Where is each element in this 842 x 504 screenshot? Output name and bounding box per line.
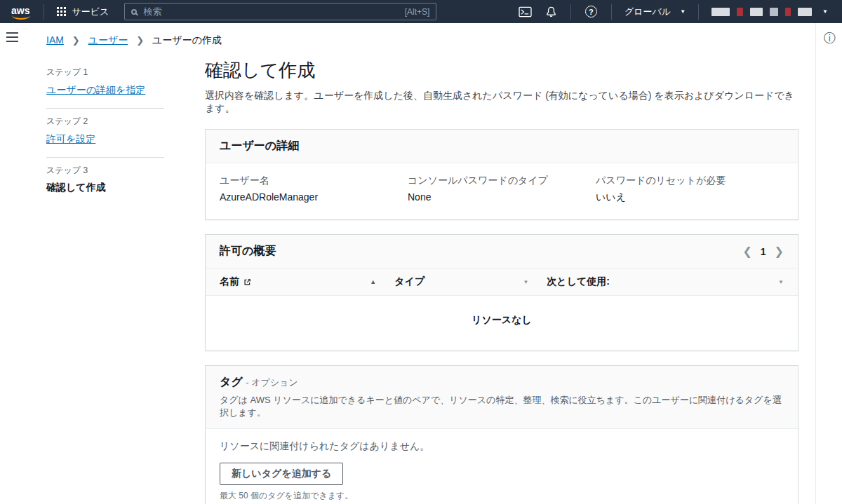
wizard-step-2: ステップ 2 許可を設定 bbox=[46, 109, 164, 158]
field-value: None bbox=[408, 191, 584, 203]
step-number: ステップ 1 bbox=[46, 67, 164, 79]
aws-logo-swoosh-icon bbox=[12, 15, 30, 20]
permissions-summary-card: 許可の概要 ❮ 1 ❯ 名前 ▲ bbox=[205, 234, 798, 351]
step-2-link[interactable]: 許可を設定 bbox=[46, 133, 95, 144]
tags-empty-text: リソースに関連付けられたタグはありません。 bbox=[220, 440, 784, 453]
filter-caret-icon[interactable]: ▼ bbox=[523, 279, 528, 285]
topbar-divider bbox=[611, 4, 612, 20]
breadcrumb-users-link[interactable]: ユーザー bbox=[88, 34, 128, 46]
tags-optional-suffix: - オプション bbox=[246, 377, 298, 388]
hamburger-menu-icon[interactable] bbox=[6, 32, 25, 42]
field-label: パスワードのリセットが必要 bbox=[596, 175, 773, 187]
tags-helper-text: 最大 50 個のタグを追加できます。 bbox=[220, 490, 784, 502]
pagination-prev-icon[interactable]: ❮ bbox=[742, 246, 751, 257]
topbar-divider bbox=[570, 4, 571, 20]
column-header-name[interactable]: 名前 ▲ bbox=[220, 275, 394, 288]
column-label: 次として使用: bbox=[547, 275, 610, 288]
step-number: ステップ 2 bbox=[46, 116, 164, 128]
top-navigation-bar: aws サービス [Alt+S] ? グローバル ▼ ▼ bbox=[0, 0, 842, 23]
redacted-block bbox=[750, 8, 763, 16]
search-input[interactable] bbox=[143, 6, 404, 17]
services-menu[interactable]: サービス bbox=[51, 6, 114, 18]
breadcrumb-separator: ❯ bbox=[136, 35, 144, 46]
help-button[interactable]: ? bbox=[578, 6, 604, 18]
search-icon bbox=[131, 9, 137, 15]
aws-logo[interactable]: aws bbox=[7, 4, 36, 20]
column-label: タイプ bbox=[394, 275, 425, 288]
aws-logo-text: aws bbox=[11, 5, 29, 16]
region-selector[interactable]: グローバル ▼ bbox=[619, 6, 691, 18]
region-label: グローバル bbox=[624, 6, 671, 18]
breadcrumb: IAM ❯ ユーザー ❯ ユーザーの作成 bbox=[46, 34, 798, 47]
column-header-type[interactable]: タイプ ▼ bbox=[394, 275, 547, 288]
column-label: 名前 bbox=[220, 275, 239, 288]
wizard-steps-nav: ステップ 1 ユーザーの詳細を指定 ステップ 2 許可を設定 ステップ 3 確認… bbox=[46, 57, 185, 504]
external-link-icon bbox=[243, 278, 251, 286]
cloudshell-button[interactable] bbox=[512, 6, 539, 18]
user-details-card: ユーザーの詳細 ユーザー名 AzureADRoleManager コンソールパス… bbox=[205, 129, 798, 220]
breadcrumb-separator: ❯ bbox=[72, 35, 80, 46]
search-shortcut-hint: [Alt+S] bbox=[405, 7, 430, 17]
chevron-down-icon: ▼ bbox=[822, 8, 828, 15]
chevron-down-icon: ▼ bbox=[680, 8, 686, 15]
permissions-table-header: 名前 ▲ タイプ ▼ 次として使用: ▼ bbox=[206, 268, 798, 296]
permissions-title: 許可の概要 bbox=[220, 244, 276, 259]
sort-ascending-icon[interactable]: ▲ bbox=[370, 278, 376, 285]
side-menu-strip bbox=[0, 23, 25, 504]
field-console-password-type: コンソールパスワードのタイプ None bbox=[408, 175, 596, 204]
step-3-current-label: 確認して作成 bbox=[46, 182, 164, 194]
redacted-block bbox=[798, 8, 812, 16]
step-number: ステップ 3 bbox=[46, 165, 164, 177]
redacted-block bbox=[711, 8, 730, 16]
services-grid-icon bbox=[57, 7, 66, 16]
services-label: サービス bbox=[72, 6, 109, 18]
wizard-step-1: ステップ 1 ユーザーの詳細を指定 bbox=[46, 60, 164, 109]
field-value: いいえ bbox=[596, 191, 773, 204]
page-description: 選択内容を確認します。ユーザーを作成した後、自動生成されたパスワード (有効にな… bbox=[205, 90, 798, 115]
filter-caret-icon[interactable]: ▼ bbox=[778, 279, 784, 285]
pagination-next-icon[interactable]: ❯ bbox=[775, 246, 784, 257]
add-tag-button[interactable]: 新しいタグを追加する bbox=[220, 463, 343, 485]
step-1-link[interactable]: ユーザーの詳細を指定 bbox=[46, 84, 145, 95]
pagination: ❮ 1 ❯ bbox=[742, 246, 784, 257]
tags-title: タグ bbox=[220, 376, 243, 388]
redacted-block bbox=[737, 8, 743, 16]
field-value: AzureADRoleManager bbox=[220, 191, 396, 203]
tags-card: タグ - オプション タグは AWS リソースに追加できるキーと値のペアで、リソ… bbox=[205, 365, 798, 504]
redacted-block bbox=[785, 8, 791, 16]
breadcrumb-current: ユーザーの作成 bbox=[152, 34, 222, 46]
breadcrumb-iam-link[interactable]: IAM bbox=[46, 34, 64, 46]
info-icon[interactable]: ⓘ bbox=[824, 32, 836, 45]
field-label: ユーザー名 bbox=[220, 175, 396, 187]
main-panel: 確認して作成 選択内容を確認します。ユーザーを作成した後、自動生成されたパスワー… bbox=[205, 57, 798, 504]
page-title: 確認して作成 bbox=[205, 58, 798, 83]
page-content: IAM ❯ ユーザー ❯ ユーザーの作成 ステップ 1 ユーザーの詳細を指定 ス… bbox=[25, 23, 815, 504]
notifications-button[interactable] bbox=[539, 6, 563, 18]
redacted-block bbox=[770, 8, 778, 16]
field-user-name: ユーザー名 AzureADRoleManager bbox=[220, 175, 408, 204]
wizard-step-3-current: ステップ 3 確認して作成 bbox=[46, 158, 164, 205]
topbar-divider bbox=[698, 4, 699, 20]
account-menu-redacted[interactable]: ▼ bbox=[706, 8, 834, 16]
bell-icon bbox=[546, 6, 556, 18]
cloudshell-terminal-icon bbox=[519, 6, 532, 18]
global-search-box[interactable]: [Alt+S] bbox=[124, 3, 436, 20]
user-details-title: ユーザーの詳細 bbox=[220, 139, 299, 151]
topbar-divider bbox=[44, 4, 44, 20]
info-panel-strip: ⓘ bbox=[815, 23, 842, 504]
tags-description: タグは AWS リソースに追加できるキーと値のペアで、リソースの特定、整理、検索… bbox=[220, 394, 784, 419]
pagination-page-1[interactable]: 1 bbox=[761, 246, 766, 257]
empty-state-text: リソースなし bbox=[206, 296, 798, 350]
column-header-used-as[interactable]: 次として使用: ▼ bbox=[547, 275, 784, 288]
field-label: コンソールパスワードのタイプ bbox=[408, 175, 584, 187]
help-icon: ? bbox=[585, 6, 597, 18]
field-password-reset-required: パスワードのリセットが必要 いいえ bbox=[596, 175, 784, 204]
